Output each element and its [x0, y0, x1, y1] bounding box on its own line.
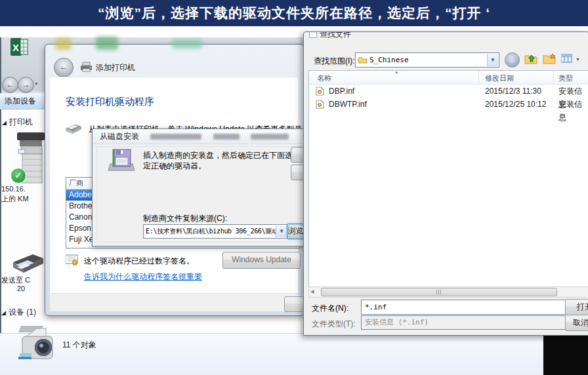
folder-icon: [358, 56, 368, 64]
file-name-combobox[interactable]: *.inf ▼: [361, 300, 572, 315]
camera-device-icon: [17, 326, 58, 370]
chevron-down-icon[interactable]: ▼: [487, 54, 498, 66]
file-list[interactable]: 名称 ▲ 修改日期 类型 DBP.inf 2015/12/3 11:30 安装信…: [308, 70, 588, 288]
next-button-partial[interactable]: [284, 296, 304, 312]
back-nav-icon[interactable]: ←: [505, 52, 520, 68]
column-header-date[interactable]: 修改日期: [485, 73, 514, 83]
printer-small-icon: [80, 62, 93, 74]
section-expand-icon: ◢: [2, 119, 7, 126]
wizard-heading: 安装打印机驱动程序: [66, 96, 154, 108]
scrollbar-thumb[interactable]: [321, 288, 557, 296]
inf-file-icon: [316, 87, 324, 96]
file-type-combobox: 安装信息 (*.inf) ▼: [361, 315, 572, 330]
file-date: 2015/12/25 10:12: [485, 98, 546, 111]
file-type-value: 安装信息 (*.inf): [365, 318, 429, 326]
wizard-back-button[interactable]: ←: [54, 58, 74, 77]
open-button[interactable]: 打开: [565, 299, 588, 315]
signing-info-link[interactable]: 告诉我为什么驱动程序签名很重要: [84, 271, 202, 283]
new-folder-icon[interactable]: [543, 53, 556, 66]
scroll-left-icon[interactable]: ◀: [310, 289, 314, 294]
svg-text:X: X: [12, 42, 19, 53]
glass-reflection: [55, 38, 71, 50]
dialog-icon: [309, 32, 317, 38]
status-object-count: 11 个对象: [62, 340, 96, 351]
add-device-label: 添加设备: [5, 96, 36, 106]
look-in-label: 查找范围(I):: [314, 56, 355, 67]
views-icon[interactable]: [561, 54, 574, 66]
nav-dropdown-icon[interactable]: ▼: [34, 81, 39, 86]
glass-reflection: [96, 37, 118, 50]
default-printer-check-icon: ✓: [10, 168, 26, 184]
look-in-combobox[interactable]: S_Chinese ▼: [355, 52, 499, 68]
look-in-value: S_Chinese: [369, 56, 409, 64]
printer1-label-line2: 上的 KM: [1, 194, 29, 204]
add-device-toolbar-item[interactable]: 添加设备: [0, 93, 45, 109]
forward-button[interactable]: →: [18, 77, 34, 93]
file-dialog-titlebar: 查找文件: [309, 32, 388, 39]
inf-file-icon: [316, 100, 324, 109]
certificate-icon: [66, 254, 79, 267]
file-date: 2015/12/3 11:30: [485, 85, 541, 98]
redacted-text: [150, 134, 201, 140]
excel-icon[interactable]: X: [10, 37, 28, 56]
cancel-button[interactable]: 取消: [565, 315, 588, 331]
signed-text: 这个驱动程序已经过数字签名。: [84, 256, 194, 267]
file-name: DBP.inf: [329, 85, 354, 98]
disk-dialog-message: 插入制造商的安装盘，然后确定已在下面选定正确的驱动器。: [143, 150, 295, 171]
file-name-value: *.inf: [365, 303, 387, 311]
devices-section-header[interactable]: ◢设备 (1): [1, 307, 36, 318]
section-expand-icon: ◢: [1, 309, 6, 316]
floppy-disk-icon: [108, 148, 135, 175]
file-name-label: 文件名(N):: [312, 303, 348, 314]
disk-dialog-title: 从磁盘安装: [100, 132, 139, 141]
printer-list-icon: [64, 121, 83, 138]
back-arrow-icon: ←: [60, 62, 68, 71]
horizontal-scrollbar[interactable]: ◀: [308, 286, 588, 298]
manufacturer-column-header[interactable]: 厂商: [69, 179, 83, 187]
up-one-level-icon[interactable]: [524, 53, 537, 66]
path-value: E:\技术资料\黑白机\bizhub 306_266\驱动程: [146, 227, 284, 235]
redacted-text: [213, 134, 240, 140]
wizard-footer: [50, 293, 298, 311]
file-type: 安装信息: [558, 98, 588, 124]
path-combobox[interactable]: E:\技术资料\黑白机\bizhub 306_266\驱动程 ▼: [143, 224, 288, 239]
printer2-label-line2: 20: [17, 285, 25, 292]
cancel-button-partial[interactable]: [291, 165, 304, 180]
dialog-title: 添加打印机: [96, 62, 135, 73]
copy-from-label: 制造商文件复制来源(C):: [143, 213, 227, 224]
browse-button[interactable]: 浏览: [287, 224, 304, 239]
redacted-text: [251, 134, 289, 140]
back-arrow-icon: ←: [7, 80, 14, 89]
views-dropdown-icon[interactable]: ▼: [576, 57, 580, 62]
back-button[interactable]: ←: [2, 77, 18, 93]
glass-reflection: [172, 39, 202, 49]
ok-button-partial[interactable]: [291, 147, 304, 163]
banner-text: “浏览”后，选择下载的驱动文件夹所在路径，选定后，“打开 ‘: [98, 4, 490, 22]
sort-ascending-icon: ▲: [394, 70, 398, 74]
file-name: DBWTP.inf: [329, 98, 367, 111]
printer2-label-line1: 发送至 C: [1, 275, 30, 285]
desktop-background: [543, 334, 588, 375]
locate-file-dialog: 查找文件 查找范围(I): S_Chinese ▼ ← ▼ 名称 ▲ 修改日期: [303, 31, 588, 336]
file-row[interactable]: DBP.inf 2015/12/3 11:30 安装信息: [309, 85, 588, 98]
screen: X ← → ▼ 添加设备 ◢打印机 ✓ 150.16. 上的 KM: [0, 0, 588, 375]
forward-arrow-icon: →: [22, 80, 30, 89]
file-row[interactable]: DBWTP.inf 2015/12/25 10:12 安装信息: [309, 98, 588, 111]
windows-update-button[interactable]: Windows Update: [222, 252, 301, 269]
printers-section-header[interactable]: ◢打印机: [2, 117, 33, 128]
file-type-label: 文件类型(T):: [312, 319, 356, 330]
instruction-banner: “浏览”后，选择下载的驱动文件夹所在路径，选定后，“打开 ‘: [0, 0, 588, 26]
column-header-type[interactable]: 类型: [558, 73, 573, 83]
printer1-label-line1: 150.16.: [1, 185, 26, 193]
fax-device-icon[interactable]: [10, 249, 46, 279]
chevron-down-icon[interactable]: ▼: [276, 226, 287, 237]
column-header-name[interactable]: 名称: [317, 73, 331, 83]
